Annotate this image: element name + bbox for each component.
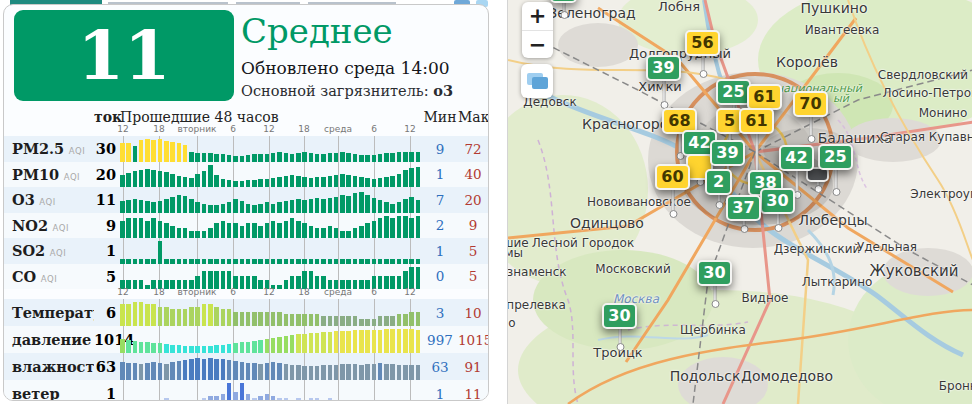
map-label: Видное — [742, 291, 789, 305]
aqi-unit-label: AQI — [69, 146, 85, 156]
aqi-map-marker[interactable]: 37 — [726, 195, 762, 221]
sparkline-48h[interactable] — [120, 299, 422, 326]
map-label: ознаменск — [507, 265, 567, 279]
aqi-map-marker[interactable]: 56 — [685, 30, 721, 56]
updated-timestamp: Обновлено среда 14:00 — [241, 58, 450, 78]
max-value: 10 — [458, 305, 488, 321]
aqi-map-marker[interactable]: 61 — [747, 84, 783, 110]
max-value: 5 — [458, 268, 488, 284]
col-current: ток — [94, 109, 116, 126]
table-row-pm25: PM2.5 AQI 30 9 72 — [4, 136, 488, 162]
map-label: Одинцово — [570, 215, 644, 231]
map-label: Ивантеевка — [805, 23, 880, 37]
aqi-map-marker[interactable]: 30 — [697, 260, 733, 286]
current-value: 20 — [94, 166, 116, 183]
map-label: но — [507, 316, 516, 330]
min-value: 7 — [422, 192, 458, 208]
map-label: Московский — [595, 262, 670, 276]
sparkline-48h[interactable] — [120, 353, 422, 380]
current-value: 5 — [94, 268, 116, 285]
zoom-out-button[interactable]: − — [522, 31, 553, 59]
aqi-map-marker[interactable]: 42 — [779, 145, 815, 171]
max-value: 40 — [458, 166, 488, 182]
aqi-map-marker[interactable]: 60 — [655, 164, 691, 190]
min-value: 1 — [422, 386, 458, 402]
sparkline-48h[interactable] — [120, 326, 422, 353]
map-label: Домодедово — [741, 368, 833, 384]
main-pollutant: Основной загрязнитель: o3 — [241, 82, 453, 99]
max-value: 5 — [458, 243, 488, 259]
current-value: 1014 — [94, 331, 116, 348]
pollutant-table: ток Прошедшие 48 часов Мин Макс 1218втор… — [4, 109, 488, 401]
zoom-in-button[interactable]: + — [522, 2, 553, 30]
aqi-unit-label: AQI — [64, 172, 80, 182]
map-label: Свердловский — [878, 68, 968, 82]
aqi-unit-label: AQI — [50, 248, 66, 258]
sparkline-48h[interactable] — [120, 238, 422, 264]
min-value: 63 — [422, 359, 458, 375]
aqi-unit-label: AQI — [39, 197, 55, 207]
col-min: Мин — [422, 109, 458, 126]
aqi-map-marker[interactable]: 39 — [646, 55, 682, 81]
map-label: ёмы — [507, 246, 523, 260]
aqi-unit-label: AQI — [41, 274, 57, 284]
sparkline-48h[interactable] — [120, 136, 422, 162]
sparkline-48h[interactable] — [120, 162, 422, 188]
aqi-map-marker[interactable]: 25 — [818, 144, 854, 170]
sparkline-48h[interactable] — [120, 187, 422, 213]
max-value: 1015 — [458, 332, 488, 348]
aqi-unit-label: AQI — [53, 223, 69, 233]
table-row-row8: влажность 63 63 91 — [4, 353, 488, 380]
current-value: 63 — [94, 358, 116, 375]
map-label: Лесной Городок — [532, 236, 634, 250]
map-label: Жуковский — [870, 262, 959, 280]
min-value: 0 — [422, 268, 458, 284]
map-label: Люберцы — [798, 212, 867, 228]
aqi-map-marker[interactable]: 39 — [710, 140, 746, 166]
map-label: Старая Купавна — [880, 130, 972, 144]
table-row-pm10: PM10 AQI 20 1 40 — [4, 162, 488, 188]
max-value: 91 — [458, 359, 488, 375]
current-value: 1 — [94, 242, 116, 259]
sparkline-48h[interactable] — [120, 264, 422, 290]
aqi-value: 11 — [77, 22, 170, 89]
map-label: Дзержинский — [774, 242, 861, 256]
map-label: Лобня — [658, 0, 700, 14]
min-value: 9 — [422, 141, 458, 157]
sparkline-48h[interactable] — [120, 380, 422, 401]
max-value: 20 — [458, 192, 488, 208]
aqi-map-marker[interactable]: 70 — [793, 91, 829, 117]
aqi-map-marker[interactable]: 2 — [705, 169, 733, 195]
table-row-no2: NO2 AQI 9 2 9 — [4, 213, 488, 239]
map-label: Монино — [919, 106, 968, 120]
max-value: 9 — [458, 217, 488, 233]
time-axis-top: 1218вторник61218среда612 — [4, 126, 488, 136]
aqi-map-marker[interactable]: 61 — [739, 108, 775, 134]
map-label: Химки — [638, 79, 681, 94]
map-label: Удельная — [857, 240, 917, 254]
map-layers-button[interactable] — [521, 64, 553, 98]
map-label: Лосино-Петровский — [882, 86, 972, 100]
min-value: 1 — [422, 166, 458, 182]
sparkline-48h[interactable] — [120, 213, 422, 239]
map-label: Щербинка — [680, 323, 746, 337]
map-label: Электроугли — [910, 187, 972, 201]
current-value: 9 — [94, 217, 116, 234]
table-rows: 1218вторник61218среда612 PM2.5 AQI 30 9 … — [4, 126, 488, 401]
aqi-map-marker[interactable]: 30 — [760, 188, 796, 214]
current-value: 30 — [94, 140, 116, 157]
map-label: ый — [833, 92, 849, 105]
table-row-row6: Температу… 6 3 10 — [4, 299, 488, 326]
aqi-map-marker[interactable] — [550, 0, 578, 3]
map-label: Новоивановское — [587, 195, 691, 209]
aqi-map-marker[interactable]: 30 — [602, 303, 638, 329]
table-row-row9: ветер 1 1 11 — [4, 380, 488, 401]
current-value: 6 — [94, 304, 116, 321]
map-label: Лыткарино — [802, 275, 873, 289]
current-value: 11 — [94, 191, 116, 208]
air-quality-map[interactable]: + − ЛобняЗеленоградДолгопрудныйХимкиДедо… — [507, 0, 972, 404]
map-label: Подольск — [670, 368, 741, 384]
current-value: 1 — [94, 385, 116, 401]
aqi-widget-panel: 11 Среднее Обновлено среда 14:00 Основно… — [3, 4, 489, 401]
aqi-value-box: 11 — [14, 10, 234, 101]
